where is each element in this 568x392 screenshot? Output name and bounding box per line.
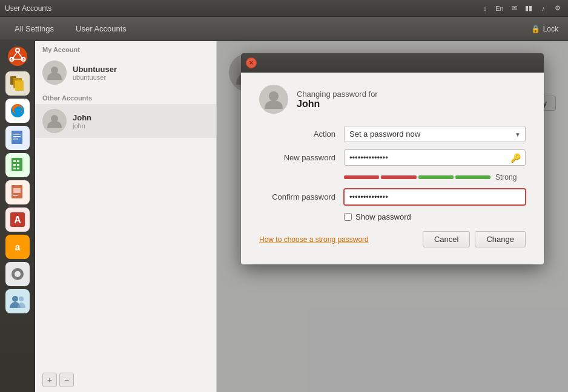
strength-seg-1 [344,175,379,179]
key-icon[interactable]: 🔑 [510,153,521,163]
confirm-password-wrap [344,189,526,205]
avatar-john [42,109,67,133]
svg-rect-22 [17,168,19,169]
account-item-ubuntuuser[interactable]: Ubuntuuser ubuntuuser [35,56,216,90]
sort-icon: ↕ [480,3,490,14]
dialog-close-button[interactable]: ✕ [246,57,257,68]
remove-account-button[interactable]: − [59,373,74,387]
dialog-user-icon [263,88,285,110]
amazon-icon: a [8,238,27,256]
show-password-label[interactable]: Show password [355,212,411,221]
svg-point-31 [12,296,18,302]
strength-seg-3 [418,175,454,179]
account-item-john[interactable]: John john [35,104,216,138]
svg-rect-20 [17,164,19,166]
user-accounts-btn[interactable]: User Accounts [71,22,131,36]
add-account-button[interactable]: + [42,373,57,387]
lang-icon: En [494,3,505,14]
launcher-impress[interactable] [5,180,30,204]
action-control-wrap: Set a password now Log in without a pass… [344,126,526,142]
confirm-password-row: Confirm password [259,189,526,205]
svg-point-32 [19,296,24,301]
top-bar: All Settings User Accounts 🔒 Lock [0,17,568,41]
change-password-dialog: ✕ Changing password for [241,53,544,264]
footer-buttons: Cancel Change [423,231,526,247]
show-password-checkbox[interactable] [344,213,352,221]
launcher: A a [0,41,35,392]
svg-rect-21 [13,168,16,169]
user-silhouette-icon [46,64,63,81]
launcher-ubuntu[interactable] [5,44,30,68]
strength-segments [344,175,490,179]
right-panel: John History ✕ [217,41,568,392]
avatar-ubuntuuser [42,60,67,85]
launcher-firefox[interactable] [5,99,30,123]
launcher-writer[interactable] [5,126,30,150]
launcher-settings[interactable] [5,262,30,286]
dialog-footer: How to choose a strong password Cancel C… [259,231,526,250]
launcher-appstore[interactable]: A [5,207,30,232]
ubuntu-logo-icon [7,45,28,67]
other-accounts-label: Other Accounts [35,90,216,104]
title-bar-left: User Accounts [5,4,51,13]
svg-rect-24 [13,188,21,193]
impress-icon [8,183,27,201]
svg-rect-9 [15,80,24,91]
action-select[interactable]: Set a password now Log in without a pass… [344,126,526,142]
confirm-password-input[interactable] [344,189,526,205]
strength-seg-2 [381,175,416,179]
battery-icon: ▮▮ [523,3,534,14]
cancel-button[interactable]: Cancel [423,231,470,247]
lock-icon: 🔒 [531,25,540,33]
new-password-label: New password [259,153,344,162]
strength-label: Strong [495,173,526,181]
dialog-titlebar: ✕ [241,53,544,73]
volume-icon: ♪ [538,3,549,14]
account-info-ubuntuuser: Ubuntuuser ubuntuuser [73,65,117,81]
svg-text:A: A [14,215,21,225]
launcher-amazon[interactable]: a [5,235,30,259]
action-row: Action Set a password now Log in without… [259,126,526,142]
launcher-calc[interactable] [5,153,30,177]
svg-rect-17 [13,160,16,162]
new-password-wrap: 🔑 [344,149,526,166]
action-label: Action [259,129,344,139]
my-account-label: My Account [35,41,216,56]
confirm-password-label: Confirm password [259,192,344,201]
dialog-title-info: Changing password for John [297,90,378,109]
strength-row: Strong [259,173,526,181]
launcher-users[interactable] [5,289,30,313]
title-bar-title: User Accounts [5,4,51,13]
svg-rect-19 [13,164,16,166]
svg-rect-14 [13,136,21,137]
svg-rect-18 [17,160,19,162]
dialog-title-name: John [297,99,378,109]
dialog-header: Changing password for John [259,85,526,114]
new-password-input[interactable] [344,149,526,166]
svg-point-30 [15,271,21,277]
new-password-row: New password 🔑 [259,149,526,166]
writer-icon [8,129,27,147]
firefox-icon [8,102,27,120]
change-button[interactable]: Change [475,231,526,247]
all-settings-btn[interactable]: All Settings [10,22,59,36]
svg-rect-15 [13,139,18,140]
dialog-title-text: Changing password for [297,90,378,99]
appstore-icon: A [8,211,27,229]
gear-icon[interactable]: ⚙ [552,3,563,14]
dialog-body: Changing password for John Action Set a … [241,73,544,264]
show-password-row: Show password [259,212,526,221]
launcher-files[interactable] [5,71,30,96]
svg-rect-13 [13,134,21,135]
svg-point-11 [14,107,21,114]
panel-bottom: + − [35,368,216,392]
dialog-overlay: ✕ Changing password for [217,41,568,392]
lock-button[interactable]: 🔒 Lock [531,25,558,33]
dialog-avatar [259,85,288,114]
strength-seg-4 [455,175,490,179]
files-icon [8,74,27,93]
account-info-john: John john [73,113,91,129]
title-bar: User Accounts ↕ En ✉ ▮▮ ♪ ⚙ [0,0,568,17]
help-link[interactable]: How to choose a strong password [259,235,369,244]
user-silhouette-john-icon [46,113,63,129]
